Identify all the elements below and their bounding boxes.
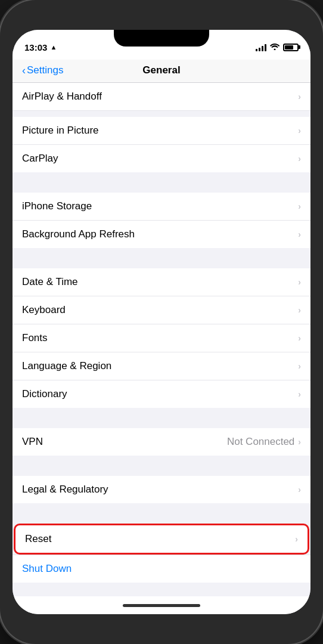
notch xyxy=(114,30,209,47)
language-region-label: Language & Region xyxy=(22,360,111,372)
date-time-chevron-icon: › xyxy=(298,277,301,287)
phone-frame: 13:03 ▲ xyxy=(0,0,323,644)
airplay-chevron-icon: › xyxy=(298,92,301,101)
signal-icon xyxy=(256,43,266,51)
spacer-5 xyxy=(13,456,310,476)
spacer-2 xyxy=(13,172,310,193)
background-app-chevron-icon: › xyxy=(298,230,301,239)
group-reset: Reset › xyxy=(13,524,310,555)
time-display: 13:03 xyxy=(24,42,47,52)
carplay-label: CarPlay xyxy=(22,153,58,165)
wifi-icon xyxy=(270,43,279,52)
fonts-right: › xyxy=(298,333,301,343)
spacer-1 xyxy=(13,111,310,117)
iphone-storage-chevron-icon: › xyxy=(298,202,301,211)
spacer-3 xyxy=(13,248,310,268)
status-time: 13:03 ▲ xyxy=(24,42,57,52)
list-item-carplay[interactable]: CarPlay › xyxy=(13,145,310,172)
list-item-shut-down[interactable]: Shut Down xyxy=(13,555,310,583)
legal-label: Legal & Regulatory xyxy=(22,484,108,496)
keyboard-chevron-icon: › xyxy=(298,305,301,315)
group-partial: AirPlay & Handoff › xyxy=(13,83,310,111)
vpn-right: Not Connected › xyxy=(227,436,301,448)
pip-chevron-icon: › xyxy=(298,126,301,135)
back-label: Settings xyxy=(27,64,63,76)
page-title: General xyxy=(142,64,180,76)
list-item-airplay[interactable]: AirPlay & Handoff › xyxy=(13,83,310,111)
list-item-reset[interactable]: Reset › xyxy=(14,524,309,555)
reset-label: Reset xyxy=(25,533,51,545)
signal-bar-2 xyxy=(259,48,260,51)
list-item-background-app[interactable]: Background App Refresh › xyxy=(13,221,310,248)
battery-fill xyxy=(285,45,293,49)
signal-bar-1 xyxy=(256,49,257,51)
group-2: iPhone Storage › Background App Refresh … xyxy=(13,193,310,248)
pip-label: Picture in Picture xyxy=(22,125,99,137)
language-region-chevron-icon: › xyxy=(298,361,301,371)
signal-bar-3 xyxy=(262,46,263,51)
signal-bar-4 xyxy=(265,44,266,51)
vpn-value: Not Connected xyxy=(227,436,294,448)
list-item-language-region[interactable]: Language & Region › xyxy=(13,352,310,380)
list-item-picture-in-picture[interactable]: Picture in Picture › xyxy=(13,117,310,145)
home-indicator[interactable] xyxy=(13,596,310,614)
list-item-vpn[interactable]: VPN Not Connected › xyxy=(13,428,310,456)
dictionary-chevron-icon: › xyxy=(298,389,301,399)
pip-right: › xyxy=(298,126,301,135)
back-button[interactable]: ‹ Settings xyxy=(22,64,63,77)
shut-down-label: Shut Down xyxy=(22,563,72,574)
settings-content: AirPlay & Handoff › Picture in Picture ›… xyxy=(13,83,310,596)
legal-right: › xyxy=(298,485,301,494)
language-region-right: › xyxy=(298,361,301,371)
reset-chevron-icon: › xyxy=(295,534,298,544)
list-item-date-time[interactable]: Date & Time › xyxy=(13,268,310,296)
spacer-bottom xyxy=(13,583,310,596)
iphone-storage-right: › xyxy=(298,202,301,211)
phone-screen: 13:03 ▲ xyxy=(13,30,310,614)
date-time-label: Date & Time xyxy=(22,276,78,288)
iphone-storage-label: iPhone Storage xyxy=(22,200,92,212)
list-item-legal[interactable]: Legal & Regulatory › xyxy=(13,476,310,503)
keyboard-label: Keyboard xyxy=(22,304,66,316)
vpn-chevron-icon: › xyxy=(298,437,301,447)
background-app-label: Background App Refresh xyxy=(22,228,135,240)
dictionary-right: › xyxy=(298,389,301,399)
reset-right: › xyxy=(295,534,298,544)
group-3: Date & Time › Keyboard › Fonts › xyxy=(13,268,310,408)
battery-icon xyxy=(283,44,299,51)
list-item-fonts[interactable]: Fonts › xyxy=(13,324,310,352)
fonts-label: Fonts xyxy=(22,332,48,344)
fonts-chevron-icon: › xyxy=(298,333,301,343)
location-icon: ▲ xyxy=(50,44,57,51)
date-time-right: › xyxy=(298,277,301,287)
background-app-right: › xyxy=(298,230,301,239)
spacer-4 xyxy=(13,408,310,428)
group-shutdown: Shut Down xyxy=(13,555,310,583)
group-1: Picture in Picture › CarPlay › xyxy=(13,117,310,172)
carplay-chevron-icon: › xyxy=(298,154,301,163)
legal-chevron-icon: › xyxy=(298,485,301,494)
keyboard-right: › xyxy=(298,305,301,315)
vpn-label: VPN xyxy=(22,436,43,448)
list-item-iphone-storage[interactable]: iPhone Storage › xyxy=(13,193,310,221)
back-chevron-icon: ‹ xyxy=(22,64,26,77)
list-item-dictionary[interactable]: Dictionary › xyxy=(13,380,310,408)
home-bar xyxy=(123,604,200,607)
airplay-label: AirPlay & Handoff xyxy=(22,91,102,103)
nav-bar: ‹ Settings General xyxy=(13,60,310,83)
group-4: VPN Not Connected › xyxy=(13,428,310,456)
carplay-right: › xyxy=(298,154,301,163)
spacer-6 xyxy=(13,503,310,524)
list-item-keyboard[interactable]: Keyboard › xyxy=(13,296,310,324)
dictionary-label: Dictionary xyxy=(22,388,67,400)
status-icons xyxy=(256,43,299,52)
group-5: Legal & Regulatory › xyxy=(13,476,310,503)
